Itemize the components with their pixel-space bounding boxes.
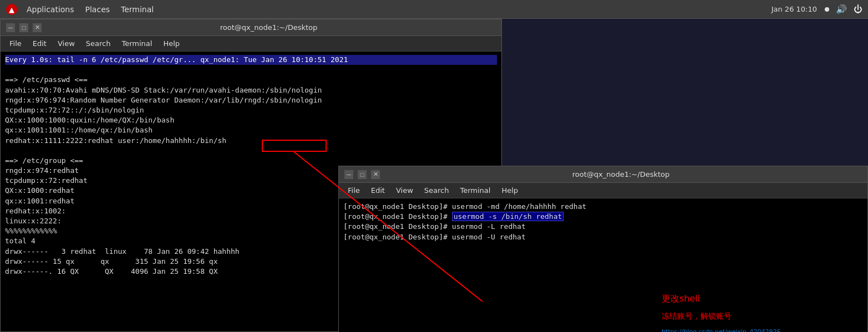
terminal-window-2: ─ □ ✕ root@qx_node1:~/Desktop File Edit …	[338, 166, 868, 332]
win1-menu-terminal[interactable]: Terminal	[117, 38, 156, 49]
win1-title: root@qx_node1:~/Desktop	[42, 23, 496, 32]
win1-menu-view[interactable]: View	[53, 38, 79, 49]
win1-minimize-button[interactable]: ─	[6, 23, 15, 32]
win1-menu-search[interactable]: Search	[82, 38, 115, 49]
topbar-terminal[interactable]: Terminal	[116, 4, 158, 15]
volume-icon[interactable]: 🔊	[836, 4, 847, 14]
win1-close-button[interactable]: ✕	[33, 23, 42, 32]
win2-menu-help[interactable]: Help	[497, 185, 522, 196]
term1-line-3: avahi:x:70:70:Avahi mDNS/DNS-SD Stack:/v…	[5, 85, 497, 95]
win2-menu-edit[interactable]: Edit	[367, 185, 389, 196]
win2-menu-file[interactable]: File	[343, 185, 364, 196]
win1-menu-help[interactable]: Help	[159, 38, 184, 49]
win2-btn-group: ─ □ ✕	[344, 170, 380, 179]
term2-line-0: [root@qx_node1 Desktop]# usermod -md /ho…	[343, 202, 863, 212]
win1-menubar: File Edit View Search Terminal Help	[1, 36, 501, 52]
term1-line-8: redhat:x:1111:2222:redhat user:/home/hah…	[5, 136, 497, 146]
redhat-logo-icon: ▲	[6, 3, 18, 16]
win1-btn-group: ─ □ ✕	[6, 23, 42, 32]
terminal-titlebar-2: ─ □ ✕ root@qx_node1:~/Desktop	[339, 166, 867, 183]
topbar-applications[interactable]: Applications	[22, 4, 79, 15]
win1-maximize-button[interactable]: □	[19, 23, 28, 32]
win2-terminal-body[interactable]: [root@qx_node1 Desktop]# usermod -md /ho…	[339, 198, 867, 332]
win2-menubar: File Edit View Search Terminal Help	[339, 183, 867, 198]
win1-menu-edit[interactable]: Edit	[28, 38, 51, 49]
win2-menu-view[interactable]: View	[392, 185, 418, 196]
topbar: ▲ Applications Places Terminal Jan 26 10…	[0, 0, 868, 19]
term2-cmd-1: usermod -s /bin/sh redhat	[452, 212, 564, 221]
term1-line-10: ==> /etc/group <==	[5, 156, 497, 166]
topbar-right: Jan 26 10:10 🔊 ⏻	[771, 4, 862, 14]
win2-menu-terminal[interactable]: Terminal	[455, 185, 495, 196]
win2-minimize-button[interactable]: ─	[344, 170, 353, 179]
terminal-titlebar-1: ─ □ ✕ root@qx_node1:~/Desktop	[1, 19, 501, 36]
svg-text:▲: ▲	[9, 6, 14, 14]
term2-line-2: [root@qx_node1 Desktop]# usermod -L redh…	[343, 222, 863, 232]
term2-line-3: [root@qx_node1 Desktop]# usermod -U redh…	[343, 232, 863, 242]
win2-maximize-button[interactable]: □	[358, 170, 367, 179]
term1-line-blank2	[5, 146, 497, 156]
win2-title: root@qx_node1:~/Desktop	[380, 170, 862, 178]
topbar-datetime: Jan 26 10:10	[771, 5, 817, 13]
term1-line-2: ==> /etc/passwd <==	[5, 75, 497, 85]
win1-menu-file[interactable]: File	[5, 38, 26, 49]
term2-prompt-1: [root@qx_node1 Desktop]#	[343, 212, 452, 221]
win2-menu-search[interactable]: Search	[420, 185, 454, 196]
term1-line-7: qx:x:1001:1001::/home/qx:/bin/bash	[5, 125, 497, 135]
term1-line-blank1	[5, 65, 497, 75]
term1-line-5: tcpdump:x:72:72::/:/sbin/nologin	[5, 105, 497, 115]
topbar-places[interactable]: Places	[81, 4, 115, 15]
topbar-left: ▲ Applications Places Terminal	[6, 3, 158, 16]
term1-line-6: QX:x:1000:1000:quxin:/home/QX:/bin/bash	[5, 115, 497, 125]
term2-line-1: [root@qx_node1 Desktop]# usermod -s /bin…	[343, 212, 863, 222]
term1-line-4: rngd:x:976:974:Random Number Generator D…	[5, 95, 497, 105]
term1-line-0: Every 1.0s: tail -n 6 /etc/passwd /etc/g…	[5, 55, 497, 65]
power-icon[interactable]: ⏻	[854, 4, 862, 14]
desktop: ─ □ ✕ root@qx_node1:~/Desktop File Edit …	[0, 19, 868, 332]
status-dot-icon	[825, 7, 829, 12]
win2-close-button[interactable]: ✕	[371, 170, 380, 179]
